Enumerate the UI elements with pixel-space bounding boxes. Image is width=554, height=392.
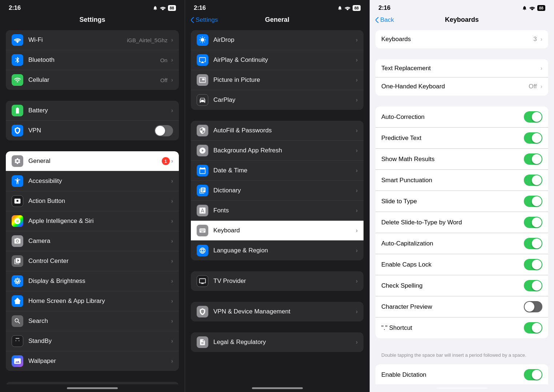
- settings-scroll[interactable]: Wi-Fi iGB_Airtel_5Ghz › Bluetooth On ›: [0, 27, 185, 384]
- settings-item-cellular[interactable]: Cellular Off ›: [6, 70, 179, 90]
- check-spelling-right: [524, 280, 542, 291]
- caps-lock-toggle[interactable]: [524, 259, 542, 270]
- general-scroll[interactable]: AirDrop › AirPlay & Continuity ›: [185, 27, 369, 384]
- general-item-pip[interactable]: Picture in Picture ›: [191, 70, 364, 90]
- settings-item-notifications[interactable]: Notifications ›: [6, 382, 179, 384]
- vpn-toggle[interactable]: [154, 125, 173, 136]
- back-chevron-icon: [191, 17, 194, 23]
- toggle-auto-cap[interactable]: Auto-Capitalization: [376, 233, 548, 254]
- keyboards-row[interactable]: Keyboards 3 ›: [376, 30, 548, 48]
- predictive-text-toggle[interactable]: [524, 132, 542, 144]
- vpn-text: VPN: [28, 127, 154, 134]
- settings-item-search[interactable]: Search ›: [6, 311, 179, 331]
- general-item-airdrop[interactable]: AirDrop ›: [191, 30, 364, 50]
- check-spelling-toggle[interactable]: [524, 280, 542, 291]
- keyboard-chevron: ›: [356, 227, 358, 234]
- settings-item-wifi[interactable]: Wi-Fi iGB_Airtel_5Ghz ›: [6, 30, 179, 50]
- standby-label: StandBy: [28, 337, 171, 345]
- language-chevron: ›: [356, 247, 358, 254]
- settings-item-ai-siri[interactable]: Apple Intelligence & Siri ›: [6, 211, 179, 231]
- toggle-slide-to-type[interactable]: Slide to Type: [376, 191, 548, 212]
- tv-icon-box: [197, 275, 208, 287]
- settings-item-wallpaper[interactable]: Wallpaper ›: [6, 351, 179, 371]
- autofill-label: AutoFill & Passwords: [213, 127, 356, 134]
- bg-app-chevron: ›: [356, 147, 358, 154]
- standby-chevron: ›: [171, 338, 173, 344]
- vpn-svg: [14, 127, 21, 134]
- vpn-device-svg: [199, 308, 206, 315]
- text-replacement-row[interactable]: Text Replacement ›: [376, 59, 548, 77]
- general-item-legal[interactable]: Legal & Regulatory ›: [191, 332, 364, 352]
- toggle-caps-lock[interactable]: Enable Caps Lock: [376, 254, 548, 275]
- settings-item-camera[interactable]: Camera ›: [6, 231, 179, 251]
- settings-item-standby[interactable]: StandBy ›: [6, 331, 179, 351]
- settings-item-vpn[interactable]: VPN: [6, 121, 179, 140]
- general-title: General: [265, 16, 289, 24]
- caps-lock-right: [524, 259, 542, 270]
- toggle-check-spelling[interactable]: Check Spelling: [376, 275, 548, 296]
- toggle-auto-correction[interactable]: Auto-Correction: [376, 107, 548, 128]
- general-item-autofill[interactable]: AutoFill & Passwords ›: [191, 121, 364, 141]
- one-handed-row[interactable]: One-Handed Keyboard Off ›: [376, 77, 548, 96]
- general-item-dictionary[interactable]: Dictionary ›: [191, 181, 364, 201]
- show-math-toggle[interactable]: [524, 153, 542, 165]
- toggle-delete-slide[interactable]: Delete Slide-to-Type by Word: [376, 212, 548, 233]
- smart-punct-toggle[interactable]: [524, 175, 542, 186]
- general-item-airplay[interactable]: AirPlay & Continuity ›: [191, 50, 364, 70]
- period-shortcut-toggle[interactable]: [524, 322, 542, 333]
- pip-right: ›: [356, 77, 358, 83]
- general-item-fonts[interactable]: Fonts ›: [191, 201, 364, 221]
- settings-item-general[interactable]: General 1 ›: [6, 151, 179, 171]
- general-item-tv-provider[interactable]: TV Provider ›: [191, 271, 364, 291]
- status-bar-1: 2:16 88: [0, 0, 185, 14]
- toggle-predictive-text[interactable]: Predictive Text: [376, 128, 548, 149]
- toggle-char-preview[interactable]: Character Preview: [376, 296, 548, 317]
- enable-dictation-toggle[interactable]: [524, 369, 542, 380]
- general-item-language[interactable]: Language & Region ›: [191, 241, 364, 260]
- vpn-device-chevron: ›: [356, 308, 358, 315]
- auto-correction-toggle[interactable]: [524, 111, 542, 123]
- wifi-right: iGB_Airtel_5Ghz ›: [127, 37, 173, 43]
- keyboards-back-button[interactable]: Back: [376, 16, 394, 24]
- settings-item-home-screen[interactable]: Home Screen & App Library ›: [6, 291, 179, 311]
- fonts-icon-box: [197, 205, 208, 216]
- airplay-label: AirPlay & Continuity: [213, 56, 356, 64]
- search-svg: [14, 317, 21, 325]
- char-preview-toggle[interactable]: [524, 301, 542, 312]
- period-shortcut-footnote: Double tapping the space bar will insert…: [376, 349, 548, 364]
- toggle-smart-punct[interactable]: Smart Punctuation: [376, 170, 548, 191]
- settings-item-display[interactable]: Display & Brightness ›: [6, 271, 179, 291]
- language-text: Language & Region: [213, 247, 356, 254]
- settings-item-control-center[interactable]: Control Center ›: [6, 251, 179, 271]
- wifi-icon: [160, 6, 166, 10]
- wifi-text: Wi-Fi: [28, 36, 127, 44]
- settings-item-accessibility[interactable]: Accessibility ›: [6, 171, 179, 191]
- fonts-right: ›: [356, 207, 358, 214]
- settings-item-bluetooth[interactable]: Bluetooth On ›: [6, 50, 179, 70]
- settings-item-battery[interactable]: Battery ›: [6, 101, 179, 121]
- display-icon-box: [12, 275, 23, 287]
- battery-chevron: ›: [171, 107, 173, 114]
- toggle-period-shortcut[interactable]: "." Shortcut: [376, 317, 548, 338]
- auto-cap-toggle[interactable]: [524, 238, 542, 249]
- accessibility-svg: [14, 177, 21, 185]
- keyboards-scroll[interactable]: Keyboards 3 › Text Replacement › One-Han…: [370, 27, 554, 384]
- slide-to-type-toggle[interactable]: [524, 196, 542, 207]
- general-group-2: AutoFill & Passwords › Background App Re…: [191, 121, 364, 260]
- time-1: 2:16: [9, 4, 21, 12]
- general-item-keyboard[interactable]: Keyboard ›: [191, 221, 364, 241]
- toggle-show-math[interactable]: Show Math Results: [376, 149, 548, 170]
- delete-slide-toggle[interactable]: [524, 217, 542, 228]
- wallpaper-right: ›: [171, 358, 173, 364]
- predictive-text-right: [524, 132, 542, 144]
- general-item-bg-app[interactable]: Background App Refresh ›: [191, 141, 364, 161]
- general-item-vpn-device[interactable]: VPN & Device Management ›: [191, 302, 364, 321]
- accessibility-right: ›: [171, 178, 173, 184]
- action-icon-box: [12, 195, 23, 207]
- settings-item-action-button[interactable]: Action Button ›: [6, 191, 179, 211]
- toggle-enable-dictation[interactable]: Enable Dictation: [376, 364, 548, 384]
- general-item-carplay[interactable]: CarPlay ›: [191, 90, 364, 110]
- home-screen-chevron: ›: [171, 298, 173, 304]
- general-back-button[interactable]: Settings: [191, 16, 218, 24]
- general-item-date-time[interactable]: Date & Time ›: [191, 161, 364, 181]
